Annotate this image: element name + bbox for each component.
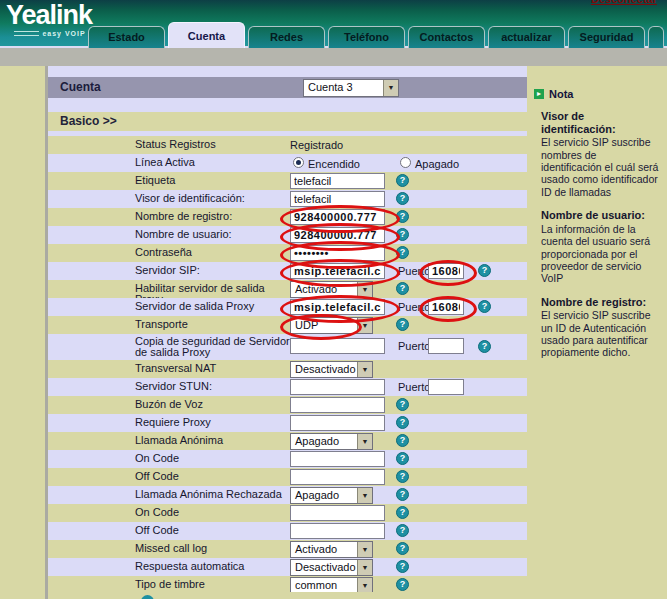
chevron-down-icon[interactable]: ▼	[357, 362, 372, 377]
port-input[interactable]	[428, 299, 464, 315]
transporte-select[interactable]: UDP▼	[290, 317, 373, 334]
help-icon[interactable]: ?	[396, 488, 409, 501]
account-select[interactable]: Cuenta 3 ▼	[303, 79, 399, 97]
port-input[interactable]	[428, 263, 464, 279]
port-input[interactable]	[428, 379, 464, 395]
habilitar-servidor-de-salida-proxy-select[interactable]: Activado▼	[290, 281, 373, 298]
row-contrase-a: Contraseña?	[48, 244, 527, 262]
help-icon[interactable]: ?	[396, 246, 409, 259]
help-icon[interactable]: ?	[396, 282, 409, 295]
help-icon[interactable]: ?	[396, 174, 409, 187]
off-code-input[interactable]	[290, 469, 385, 485]
help-icon[interactable]: ?	[396, 542, 409, 555]
nombre-de-registro-input[interactable]	[290, 209, 385, 225]
help-icon[interactable]: ?	[478, 264, 491, 277]
field-label: Servidor SIP:	[135, 265, 293, 276]
chevron-down-icon[interactable]: ▼	[357, 578, 372, 593]
bottom-strip	[48, 592, 527, 599]
llamada-an-nima-rechazada-select[interactable]: Apagado▼	[290, 487, 373, 504]
tab-seguridad[interactable]: Seguridad	[568, 26, 645, 48]
on-code-input[interactable]	[290, 505, 385, 521]
note-item-visor-de-identificaci-n: Visor de identificación:El servicio SIP …	[541, 110, 660, 198]
chevron-down-icon[interactable]: ▼	[357, 542, 372, 557]
help-icon[interactable]: ?	[396, 578, 409, 591]
select-value: Desactivado	[295, 363, 356, 375]
respuesta-automatica-select[interactable]: Desactivado▼	[290, 559, 373, 576]
help-icon[interactable]: ?	[396, 506, 409, 519]
select-value: common	[295, 579, 337, 591]
field-label: Línea Activa	[135, 157, 293, 168]
help-icon[interactable]: ?	[396, 398, 409, 411]
off-code-input[interactable]	[290, 523, 385, 539]
chevron-down-icon[interactable]: ▼	[357, 434, 372, 449]
chevron-down-icon[interactable]: ▼	[357, 560, 372, 575]
help-icon[interactable]: ?	[396, 228, 409, 241]
tab-estado[interactable]: Estado	[88, 26, 165, 48]
help-icon[interactable]	[141, 595, 154, 599]
servidor-sip-input[interactable]	[290, 263, 385, 279]
tab-actualizar[interactable]: actualizar	[488, 26, 565, 48]
help-icon[interactable]: ?	[478, 300, 491, 313]
missed-call-log-select[interactable]: Activado▼	[290, 541, 373, 558]
row-missed-call-log: Missed call logActivado▼?	[48, 540, 527, 558]
select-value: Apagado	[295, 435, 339, 447]
row-servidor-sip: Servidor SIP:Puerto?	[48, 262, 527, 280]
yealink-admin-page: Yealink easy VOIP Desconectar EstadoCuen…	[0, 0, 667, 599]
chevron-down-icon[interactable]: ▼	[357, 318, 372, 333]
field-label: Off Code	[135, 471, 293, 482]
radio-dot	[296, 160, 301, 165]
field-label: Transporte	[135, 319, 293, 330]
note-item-body: El servicio SIP suscribe nombres de iden…	[541, 136, 660, 198]
radio-apagado[interactable]	[400, 157, 411, 168]
on-code-input[interactable]	[290, 451, 385, 467]
help-icon[interactable]: ?	[396, 452, 409, 465]
row-on-code: On Code?	[48, 450, 527, 468]
tab-contactos[interactable]: Contactos	[408, 26, 485, 48]
help-icon[interactable]: ?	[396, 318, 409, 331]
port-input[interactable]	[428, 338, 464, 354]
select-value: Desactivado	[295, 561, 356, 573]
basic-section-header[interactable]: Basico >>	[48, 112, 527, 131]
field-label: Transversal NAT	[135, 363, 293, 374]
tab-tel-fono[interactable]: Teléfono	[328, 26, 405, 48]
chevron-down-icon[interactable]: ▼	[357, 488, 372, 503]
logout-link[interactable]: Desconectar	[591, 0, 657, 5]
visor-de-identificaci-n-input[interactable]	[290, 191, 385, 207]
row-respuesta-automatica: Respuesta automaticaDesactivado▼?	[48, 558, 527, 576]
help-icon[interactable]: ?	[396, 524, 409, 537]
account-select-value: Cuenta 3	[308, 81, 353, 93]
field-label: Buzón de Voz	[135, 399, 293, 410]
select-value: Activado	[295, 283, 337, 295]
select-value: Apagado	[295, 489, 339, 501]
help-icon[interactable]: ?	[396, 434, 409, 447]
help-icon[interactable]: ?	[478, 340, 491, 353]
row-transporte: TransporteUDP▼?	[48, 316, 527, 334]
llamada-an-nima-select[interactable]: Apagado▼	[290, 433, 373, 450]
note-title: ▸ Nota	[534, 88, 573, 100]
help-icon[interactable]: ?	[396, 416, 409, 429]
etiqueta-input[interactable]	[290, 173, 385, 189]
note-item-heading: Nombre de usuario:	[541, 209, 660, 222]
servidor-de-salida-proxy-input[interactable]	[290, 299, 385, 315]
radio-encendido[interactable]	[293, 157, 304, 168]
help-icon[interactable]: ?	[396, 470, 409, 483]
help-icon[interactable]: ?	[396, 210, 409, 223]
copia-de-seguridad-de-servidor-de-salida-proxy-input[interactable]	[290, 338, 385, 354]
chevron-down-icon[interactable]: ▼	[383, 80, 398, 96]
field-label: Missed call log	[135, 543, 293, 554]
row-llamada-an-nima-rechazada: Llamada Anónima RechazadaApagado▼?	[48, 486, 527, 504]
tab-partial[interactable]	[648, 26, 664, 48]
buz-n-de-voz-input[interactable]	[290, 397, 385, 413]
tab-redes[interactable]: Redes	[248, 26, 325, 48]
servidor-stun-input[interactable]	[290, 379, 385, 395]
chevron-down-icon[interactable]: ▼	[357, 282, 372, 297]
requiere-proxy-input[interactable]	[290, 415, 385, 431]
transversal-nat-select[interactable]: Desactivado▼	[290, 361, 373, 378]
field-label: Respuesta automatica	[135, 561, 293, 572]
contrase-a-input[interactable]	[290, 245, 385, 261]
field-label: Visor de identificación:	[135, 193, 293, 204]
help-icon[interactable]: ?	[396, 192, 409, 205]
help-icon[interactable]: ?	[396, 560, 409, 573]
nombre-de-usuario-input[interactable]	[290, 227, 385, 243]
tab-cuenta[interactable]: Cuenta	[168, 22, 245, 48]
